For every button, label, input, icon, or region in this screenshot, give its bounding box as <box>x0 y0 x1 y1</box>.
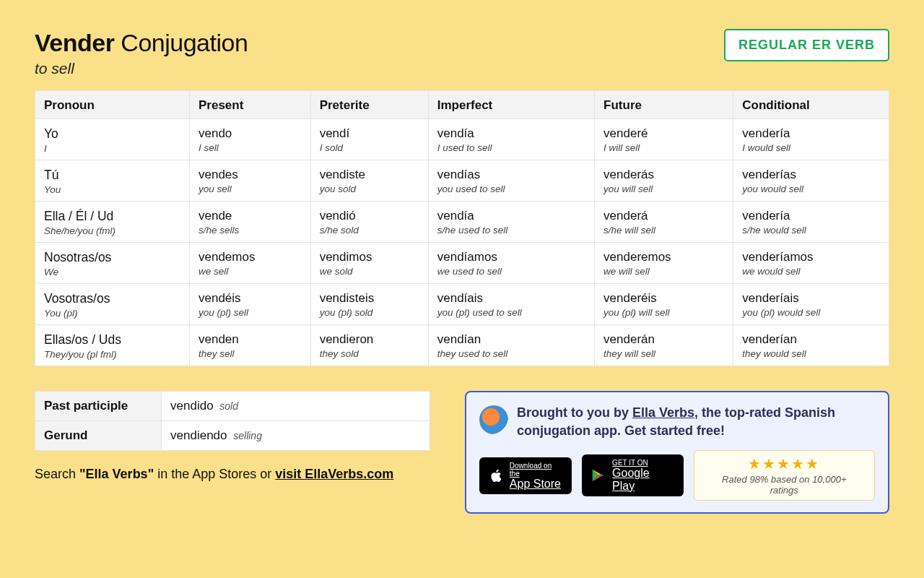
page-title: Vender Conjugation <box>35 29 248 57</box>
title-block: Vender Conjugation to sell <box>35 29 248 77</box>
col-preterite: Preterite <box>310 91 428 119</box>
play-icon <box>590 467 606 483</box>
cell-future: venderéisyou (pl) will sell <box>595 284 733 325</box>
past-participle-label: Past participle <box>35 392 162 421</box>
table-header-row: Pronoun Present Preterite Imperfect Futu… <box>35 91 889 119</box>
cell-imperfect: vendíanthey used to sell <box>428 325 594 366</box>
conjugation-table: Pronoun Present Preterite Imperfect Futu… <box>35 90 889 366</box>
past-participle-row: Past participle vendido sold <box>35 392 430 421</box>
cell-present: vendemoswe sell <box>189 243 310 284</box>
ella-verbs-link[interactable]: Ella Verbs <box>632 405 694 420</box>
cell-future: venderemoswe will sell <box>595 243 733 284</box>
cell-preterite: vendíI sold <box>310 119 428 160</box>
app-store-button[interactable]: Download on theApp Store <box>479 457 572 495</box>
cell-conditional: venderíanthey would sell <box>733 325 889 366</box>
google-play-button[interactable]: GET IT ONGoogle Play <box>582 454 683 496</box>
participles-table: Past participle vendido sold Gerund vend… <box>35 391 430 451</box>
title-suffix: Conjugation <box>121 29 248 56</box>
visit-site-link[interactable]: visit EllaVerbs.com <box>275 467 393 481</box>
apple-icon <box>488 467 504 483</box>
cell-present: vendenthey sell <box>189 325 310 366</box>
table-row: Vosotras/osYou (pl)vendéisyou (pl) sellv… <box>35 284 889 325</box>
promo-top: Brought to you by Ella Verbs, the top-ra… <box>479 404 875 440</box>
cell-imperfect: vendíaI used to sell <box>428 119 594 160</box>
cell-imperfect: vendíasyou used to sell <box>428 160 594 202</box>
cell-future: venderás/he will sell <box>595 202 733 243</box>
gerund-row: Gerund vendiendo selling <box>35 421 430 451</box>
cell-preterite: vendiós/he sold <box>310 202 428 243</box>
cell-pronoun: TúYou <box>35 160 190 202</box>
promo-card: Brought to you by Ella Verbs, the top-ra… <box>465 391 889 514</box>
col-present: Present <box>189 91 310 119</box>
cell-conditional: venderías/he would sell <box>733 202 889 243</box>
cell-future: venderásyou will sell <box>595 160 733 202</box>
cell-pronoun: YoI <box>35 119 190 160</box>
cell-imperfect: vendías/he used to sell <box>428 202 594 243</box>
cell-preterite: vendisteyou sold <box>310 160 428 202</box>
col-imperfect: Imperfect <box>428 91 594 119</box>
cell-present: vendesyou sell <box>189 160 310 202</box>
verb-name: Vender <box>35 29 114 56</box>
gerund-label: Gerund <box>35 421 162 451</box>
cell-future: venderánthey will sell <box>595 325 733 366</box>
col-conditional: Conditional <box>733 91 889 119</box>
past-participle-value: vendido sold <box>162 392 430 421</box>
cell-present: vendes/he sells <box>189 202 310 243</box>
cell-pronoun: Ella / Él / UdShe/he/you (fml) <box>35 202 190 243</box>
cell-present: vendéisyou (pl) sell <box>189 284 310 325</box>
col-pronoun: Pronoun <box>35 91 190 119</box>
cell-imperfect: vendíamoswe used to sell <box>428 243 594 284</box>
gerund-value: vendiendo selling <box>162 421 430 451</box>
cell-future: venderéI will sell <box>595 119 733 160</box>
cell-conditional: venderíamoswe would sell <box>733 243 889 284</box>
cell-conditional: venderíasyou would sell <box>733 160 889 202</box>
search-instruction: Search "Ella Verbs" in the App Stores or… <box>35 467 430 482</box>
lower-section: Past participle vendido sold Gerund vend… <box>35 391 889 514</box>
cell-preterite: vendisteisyou (pl) sold <box>310 284 428 325</box>
cell-pronoun: Vosotras/osYou (pl) <box>35 284 190 325</box>
cell-pronoun: Nosotras/osWe <box>35 243 190 284</box>
cell-conditional: venderíaisyou (pl) would sell <box>733 284 889 325</box>
table-row: Ellas/os / UdsThey/you (pl fml)vendenthe… <box>35 325 889 366</box>
verb-translation: to sell <box>35 60 248 77</box>
star-icons: ★★★★★ <box>707 455 861 473</box>
promo-bottom: Download on theApp Store GET IT ONGoogle… <box>479 450 875 501</box>
table-row: Nosotras/osWevendemoswe sellvendimoswe s… <box>35 243 889 284</box>
table-row: Ella / Él / UdShe/he/you (fml)vendes/he … <box>35 202 889 243</box>
verb-type-badge: REGULAR ER VERB <box>724 29 889 61</box>
promo-text: Brought to you by Ella Verbs, the top-ra… <box>517 404 875 440</box>
cell-conditional: venderíaI would sell <box>733 119 889 160</box>
cell-preterite: vendieronthey sold <box>310 325 428 366</box>
rating-text: Rated 98% based on 10,000+ ratings <box>707 474 861 496</box>
left-column: Past participle vendido sold Gerund vend… <box>35 391 430 482</box>
col-future: Future <box>595 91 733 119</box>
cell-imperfect: vendíaisyou (pl) used to sell <box>428 284 594 325</box>
cell-preterite: vendimoswe sold <box>310 243 428 284</box>
rating-box: ★★★★★ Rated 98% based on 10,000+ ratings <box>694 450 875 501</box>
table-row: TúYouvendesyou sellvendisteyou soldvendí… <box>35 160 889 202</box>
app-logo-icon <box>479 405 508 434</box>
page-header: Vender Conjugation to sell REGULAR ER VE… <box>35 29 889 77</box>
cell-present: vendoI sell <box>189 119 310 160</box>
cell-pronoun: Ellas/os / UdsThey/you (pl fml) <box>35 325 190 366</box>
table-row: YoIvendoI sellvendíI soldvendíaI used to… <box>35 119 889 160</box>
